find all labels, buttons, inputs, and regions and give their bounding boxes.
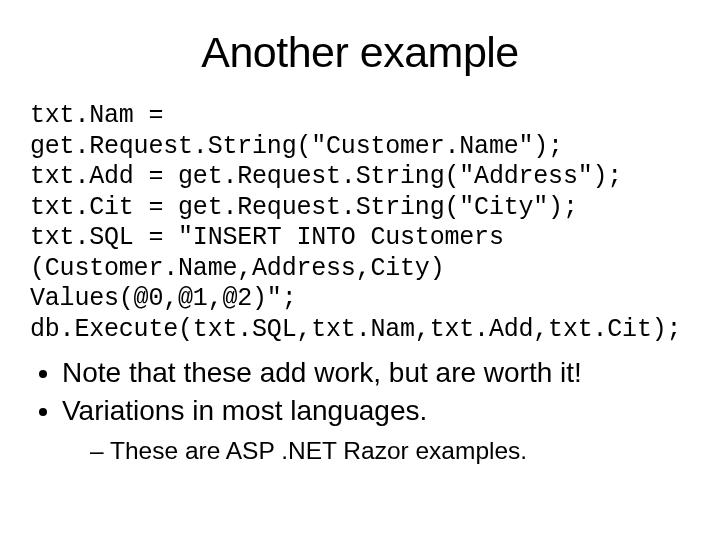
bullet-2: Variations in most languages. These are … <box>62 393 690 466</box>
slide: Another example txt.Nam = get.Request.St… <box>0 0 720 540</box>
code-line-3: txt.Cit = get.Request.String("City"); <box>30 193 578 222</box>
code-line-5: (Customer.Name,Address,City) Values(@0,@… <box>30 254 459 314</box>
code-line-6: db.Execute(txt.SQL,txt.Nam,txt.Add,txt.C… <box>30 315 681 344</box>
code-block: txt.Nam = get.Request.String("Customer.N… <box>30 101 690 345</box>
code-line-2: txt.Add = get.Request.String("Address"); <box>30 162 622 191</box>
code-line-1: txt.Nam = get.Request.String("Customer.N… <box>30 101 563 161</box>
bullet-1: Note that these add work, but are worth … <box>62 355 690 391</box>
bullet-2-text: Variations in most languages. <box>62 395 427 426</box>
sub-bullet-list: These are ASP .NET Razor examples. <box>62 435 690 466</box>
bullet-list: Note that these add work, but are worth … <box>30 355 690 466</box>
sub-bullet-1: These are ASP .NET Razor examples. <box>90 435 690 466</box>
code-line-4: txt.SQL = "INSERT INTO Customers <box>30 223 504 252</box>
slide-title: Another example <box>30 28 690 77</box>
